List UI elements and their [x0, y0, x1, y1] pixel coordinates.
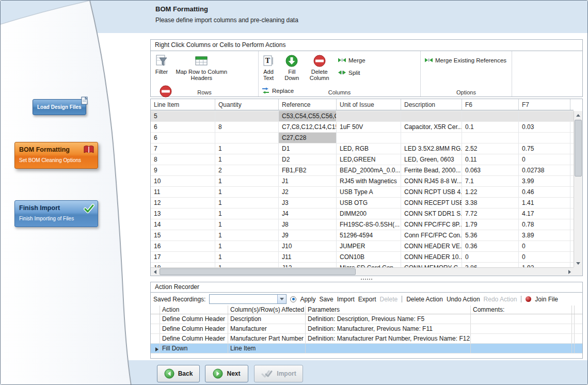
grid-cell[interactable]: 1: [215, 176, 279, 186]
grid-cell[interactable]: 1: [215, 187, 279, 197]
grid-cell[interactable]: LED,GREEN: [337, 154, 401, 165]
grid-cell[interactable]: 1.22: [462, 187, 519, 197]
grid-cell[interactable]: 0.36: [462, 241, 519, 251]
grid-cell[interactable]: CONN RJ45 8-8 W...: [401, 176, 462, 186]
grid-vertical-scrollbar[interactable]: [574, 111, 582, 267]
grid-cell[interactable]: [462, 111, 519, 121]
grid-cell[interactable]: C27,C28: [279, 133, 337, 143]
recorder-cell[interactable]: Define Column Header: [160, 334, 228, 343]
grid-cell[interactable]: CONN HEADER VE...: [401, 241, 462, 251]
scroll-down-button[interactable]: [574, 259, 582, 267]
grid-cell[interactable]: 12: [151, 198, 215, 208]
recorder-cell[interactable]: Define Column Header: [160, 324, 228, 333]
grid-cell[interactable]: 1: [215, 208, 279, 219]
recorder-column-header[interactable]: Comments:: [471, 306, 572, 314]
fill-down-button[interactable]: Fill Down: [280, 52, 303, 81]
grid-cell[interactable]: [401, 133, 462, 143]
grid-cell[interactable]: 0: [519, 154, 570, 165]
grid-cell[interactable]: DIMM200: [337, 208, 401, 219]
grid-cell[interactable]: 15: [151, 230, 215, 240]
step-finish-import[interactable]: Finish Import Finish Importing of Files: [14, 200, 98, 227]
grid-cell[interactable]: [462, 133, 519, 143]
column-header[interactable]: Line Item: [151, 99, 215, 110]
grid-cell[interactable]: CONN HEADER 10...: [401, 252, 462, 262]
splitter-handle[interactable]: [150, 277, 583, 281]
grid-cell[interactable]: 11: [151, 187, 215, 197]
grid-cell[interactable]: 1: [215, 198, 279, 208]
grid-cell[interactable]: [519, 133, 570, 143]
grid-cell[interactable]: 3.99: [519, 176, 570, 186]
grid-cell[interactable]: [519, 111, 570, 121]
grid-cell[interactable]: BEAD_2000mA_0.0...: [337, 165, 401, 175]
scroll-up-button[interactable]: [574, 111, 582, 119]
merge-existing-references-button[interactable]: Merge Existing References: [425, 56, 512, 64]
grid-cell[interactable]: J9: [279, 230, 337, 240]
recorder-row[interactable]: Define Column HeaderDescriptionDefinitio…: [151, 314, 582, 324]
grid-cell[interactable]: 1: [215, 154, 279, 165]
grid-cell[interactable]: LED, RGB: [337, 143, 401, 154]
grid-cell[interactable]: 1uF 50V: [337, 122, 401, 132]
table-row[interactable]: 81D2LED,GREENLED, Green, 06030.110: [151, 154, 574, 165]
grid-cell[interactable]: 14: [151, 219, 215, 230]
table-row[interactable]: 5C53,C54,C55,C56,C...: [151, 111, 574, 122]
grid-cell[interactable]: [337, 133, 401, 143]
recorder-cell[interactable]: [471, 324, 572, 333]
grid-cell[interactable]: 0.03: [519, 122, 570, 132]
grid-cell[interactable]: 18: [151, 263, 215, 267]
recorder-cell[interactable]: [471, 314, 572, 324]
grid-cell[interactable]: [215, 111, 279, 121]
grid-cell[interactable]: USB OTG: [337, 198, 401, 208]
undo-action-button[interactable]: Undo Action: [447, 296, 480, 303]
recorder-cell[interactable]: [471, 344, 572, 353]
grid-cell[interactable]: 7.72: [462, 208, 519, 219]
grid-cell[interactable]: CONN MEMORY C...: [401, 263, 462, 267]
table-row[interactable]: 181J12Micro SD Card Con...CONN MEMORY C.…: [151, 263, 574, 267]
grid-cell[interactable]: 1: [215, 252, 279, 262]
horizontal-scroll-thumb[interactable]: [160, 268, 356, 275]
filter-button[interactable]: Filter: [151, 52, 172, 75]
grid-cell[interactable]: J8: [279, 219, 337, 230]
grid-cell[interactable]: 0: [519, 252, 570, 262]
grid-cell[interactable]: J12: [279, 263, 337, 267]
merge-button[interactable]: Merge: [338, 56, 365, 64]
grid-cell[interactable]: [401, 111, 462, 121]
grid-cell[interactable]: D2: [279, 154, 337, 165]
recorder-cell[interactable]: Fill Down: [160, 344, 228, 353]
grid-cell[interactable]: 4.17: [519, 208, 570, 219]
grid-horizontal-scrollbar[interactable]: [151, 267, 574, 276]
grid-cell[interactable]: 3.89: [519, 230, 570, 240]
table-row[interactable]: 68C7,C8,C12,C14,C15,...1uF 50VCapacitor,…: [151, 122, 574, 133]
add-text-button[interactable]: T Add Text: [259, 52, 278, 81]
grid-cell[interactable]: 10: [151, 176, 215, 186]
export-recording-button[interactable]: Export: [358, 296, 376, 303]
grid-cell[interactable]: 0.46: [519, 187, 570, 197]
grid-cell[interactable]: 7.1: [462, 176, 519, 186]
column-header[interactable]: Description: [401, 99, 462, 110]
table-row[interactable]: 111J2USB Type ACONN RCPT USB 4...1.220.4…: [151, 187, 574, 198]
grid-cell[interactable]: 2.52: [462, 143, 519, 154]
grid-cell[interactable]: J4: [279, 208, 337, 219]
column-header[interactable]: F6: [462, 99, 519, 110]
recorder-cell[interactable]: Definition: Manufacturer Part Number, Pr…: [306, 334, 471, 343]
recorder-cell[interactable]: [471, 334, 572, 343]
column-header[interactable]: Unit of Issue: [337, 99, 401, 110]
recorder-column-header[interactable]: Action: [160, 306, 228, 314]
grid-cell[interactable]: J3: [279, 198, 337, 208]
table-row[interactable]: 131J4DIMM200CONN SKT DDR1 S...7.724.17: [151, 208, 574, 219]
grid-cell[interactable]: 1: [215, 230, 279, 240]
grid-cell[interactable]: 7: [151, 143, 215, 154]
grid-cell[interactable]: 0.063: [462, 165, 519, 175]
map-row-to-column-headers-button[interactable]: Map Row to Column Headers: [174, 52, 228, 81]
grid-cell[interactable]: FH19SC-8S-0.5SH(...: [337, 219, 401, 230]
grid-cell[interactable]: 0.1: [462, 122, 519, 132]
recorder-column-header[interactable]: Column(s)/Row(s) Affected: [228, 306, 306, 314]
grid-cell[interactable]: 1: [215, 219, 279, 230]
recorder-row[interactable]: Define Column HeaderManufacturerDefiniti…: [151, 324, 582, 334]
grid-cell[interactable]: Micro SD Card Con...: [337, 263, 401, 267]
table-row[interactable]: 92FB1,FB2BEAD_2000mA_0.0...Ferrite Bead,…: [151, 165, 574, 176]
grid-cell[interactable]: CON10B: [337, 252, 401, 262]
step-bom-formatting[interactable]: BOM Formatting Set BOM Cleaning Options: [14, 142, 98, 169]
grid-cell[interactable]: 13: [151, 208, 215, 219]
grid-cell[interactable]: 1: [215, 143, 279, 154]
grid-cell[interactable]: 8: [215, 122, 279, 132]
